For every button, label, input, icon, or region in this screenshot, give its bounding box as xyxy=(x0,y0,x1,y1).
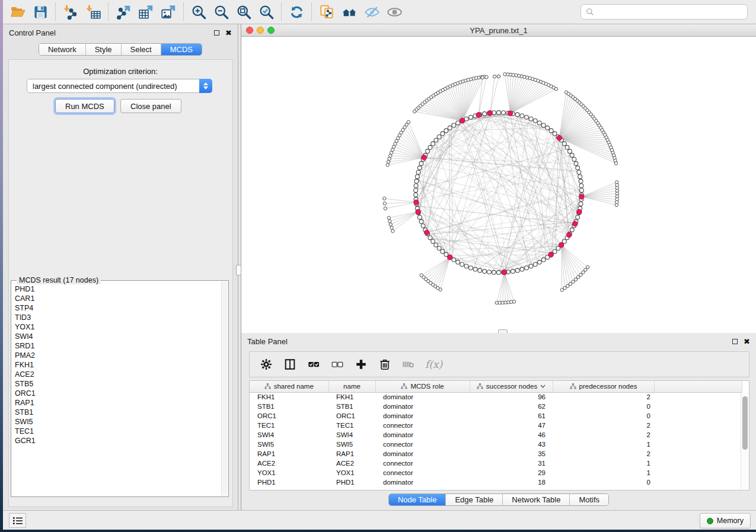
graph-leaf-node[interactable] xyxy=(614,162,617,165)
table-settings-button[interactable] xyxy=(256,354,277,375)
mcds-result-item[interactable]: SWI5 xyxy=(15,417,221,427)
graph-node[interactable] xyxy=(431,239,435,243)
close-panel-icon[interactable]: ✖ xyxy=(225,30,232,36)
graph-node[interactable] xyxy=(520,267,524,271)
table-cell[interactable]: ACE2 xyxy=(328,459,375,468)
graph-node[interactable] xyxy=(428,236,432,240)
import-network-button[interactable] xyxy=(59,2,82,22)
graph-node[interactable] xyxy=(487,270,492,274)
close-panel-icon[interactable]: ✖ xyxy=(744,339,750,344)
table-row[interactable]: PHD1PHD1dominator180 xyxy=(250,477,742,487)
first-neighbors-button[interactable] xyxy=(338,2,361,22)
column-header-predecessor-nodes[interactable]: predecessor nodes xyxy=(553,381,654,392)
graph-leaf-node[interactable] xyxy=(497,75,500,78)
table-cell[interactable]: 1 xyxy=(553,468,654,477)
graph-node[interactable] xyxy=(541,258,546,262)
graph-node[interactable] xyxy=(520,114,524,118)
graph-node[interactable] xyxy=(497,271,501,275)
table-cell[interactable]: 46 xyxy=(470,430,553,440)
table-row[interactable]: FKH1FKH1dominator962 xyxy=(250,392,742,402)
graph-hub-node[interactable] xyxy=(508,111,513,116)
table-cell[interactable]: dominator xyxy=(375,477,470,487)
graph-node[interactable] xyxy=(448,126,452,130)
table-cell[interactable] xyxy=(654,421,742,430)
table-row[interactable]: RAP1RAP1dominator352 xyxy=(250,449,742,459)
close-panel-button[interactable]: Close panel xyxy=(120,99,181,113)
table-row[interactable]: ACE2ACE2connector311 xyxy=(250,459,742,468)
graph-hub-node[interactable] xyxy=(559,242,564,248)
mcds-result-list[interactable]: PHD1CAR1STP4TID3YOX1SWI4SRD1PMA2FKH1ACE2… xyxy=(15,284,221,495)
table-cell[interactable]: STB1 xyxy=(328,402,375,411)
graph-node[interactable] xyxy=(444,129,448,133)
hide-selected-button[interactable] xyxy=(361,2,383,22)
graph-leaf-node[interactable] xyxy=(615,203,618,206)
table-cell[interactable]: 47 xyxy=(470,421,553,430)
table-cell[interactable]: RAP1 xyxy=(250,449,328,459)
graph-leaf-node[interactable] xyxy=(493,75,496,78)
graph-node[interactable] xyxy=(537,260,541,264)
mcds-result-item[interactable]: STP4 xyxy=(15,303,221,313)
graph-node[interactable] xyxy=(441,132,445,136)
graph-leaf-node[interactable] xyxy=(390,226,393,229)
graph-node[interactable] xyxy=(483,270,487,274)
graph-node[interactable] xyxy=(414,193,418,197)
graph-node[interactable] xyxy=(553,132,557,136)
table-cell[interactable]: 2 xyxy=(553,421,654,430)
graph-node[interactable] xyxy=(414,179,419,183)
column-header-name[interactable]: name xyxy=(328,381,375,392)
table-cell[interactable]: 43 xyxy=(470,440,553,449)
graph-node[interactable] xyxy=(437,246,441,251)
graph-node[interactable] xyxy=(515,268,519,273)
graph-hub-node[interactable] xyxy=(476,113,481,118)
duplicate-network-button[interactable] xyxy=(315,2,338,22)
table-cell[interactable]: TEC1 xyxy=(250,421,328,430)
table-cell[interactable]: connector xyxy=(375,468,470,477)
apply-function-button[interactable]: f(x) xyxy=(422,358,442,370)
table-row[interactable]: YOX1YOX1connector291 xyxy=(250,468,742,477)
table-scrollbar[interactable] xyxy=(741,393,748,489)
graph-node[interactable] xyxy=(460,262,464,267)
table-cell[interactable]: STB1 xyxy=(250,402,328,411)
network-window-titlebar[interactable]: YPA_prune.txt_1 xyxy=(241,24,756,37)
memory-button[interactable]: Memory xyxy=(700,513,751,528)
graph-node[interactable] xyxy=(579,184,583,188)
graph-node[interactable] xyxy=(469,266,473,270)
graph-leaf-node[interactable] xyxy=(387,216,390,219)
graph-node[interactable] xyxy=(541,123,546,127)
graph-node[interactable] xyxy=(533,118,537,123)
graph-node[interactable] xyxy=(414,184,418,188)
graph-leaf-node[interactable] xyxy=(386,164,389,166)
tab-mcds[interactable]: MCDS xyxy=(161,44,202,55)
graph-hub-node[interactable] xyxy=(416,209,421,214)
zoom-out-button[interactable] xyxy=(210,2,232,22)
graph-node[interactable] xyxy=(576,166,580,170)
graph-node[interactable] xyxy=(456,121,460,125)
graph-node[interactable] xyxy=(579,179,583,183)
graph-hub-node[interactable] xyxy=(422,155,427,161)
table-cell[interactable]: FKH1 xyxy=(328,392,375,402)
table-cell[interactable]: YOX1 xyxy=(328,468,375,477)
table-cell[interactable]: RAP1 xyxy=(328,449,375,459)
table-cell[interactable] xyxy=(654,411,742,421)
table-cell[interactable] xyxy=(654,449,742,459)
mcds-result-item[interactable]: YOX1 xyxy=(15,322,221,332)
table-cell[interactable]: 29 xyxy=(470,468,553,477)
graph-node[interactable] xyxy=(441,249,445,254)
graph-node[interactable] xyxy=(428,145,432,149)
table-cell[interactable]: 2 xyxy=(553,449,654,459)
save-session-button[interactable] xyxy=(29,2,52,22)
tab-select[interactable]: Select xyxy=(121,44,161,55)
graph-node[interactable] xyxy=(570,153,574,158)
graph-leaf-node[interactable] xyxy=(566,284,569,287)
graph-leaf-node[interactable] xyxy=(388,220,391,223)
add-column-button[interactable] xyxy=(350,354,372,375)
graph-leaf-node[interactable] xyxy=(495,301,498,304)
table-cell[interactable] xyxy=(654,468,742,477)
mcds-result-item[interactable]: ORC1 xyxy=(15,389,221,398)
graph-node[interactable] xyxy=(497,111,501,115)
graph-hub-node[interactable] xyxy=(502,270,507,275)
table-cell[interactable]: 31 xyxy=(470,459,553,468)
mcds-result-item[interactable]: CAR1 xyxy=(15,294,221,303)
graph-node[interactable] xyxy=(537,121,541,125)
table-cell[interactable] xyxy=(654,430,742,440)
